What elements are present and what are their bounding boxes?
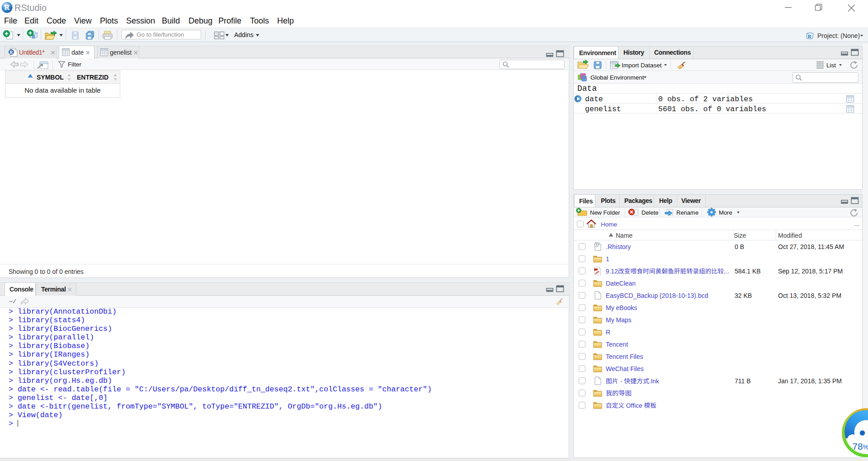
- svg-text:R: R: [10, 50, 13, 55]
- svg-text:R: R: [808, 34, 811, 39]
- svg-text:R: R: [5, 4, 10, 11]
